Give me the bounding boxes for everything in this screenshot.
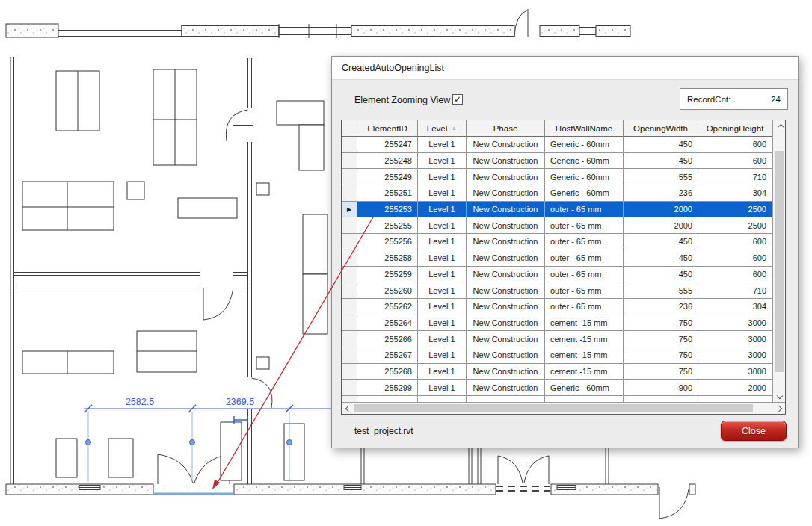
table-row[interactable]: 255258Level 1New Constructionouter - 65 … <box>342 250 772 267</box>
cell-width[interactable]: 2000 <box>624 202 698 218</box>
cell-phase[interactable]: New Construction <box>467 282 545 299</box>
cell-host[interactable]: Generic - 60mm <box>545 169 624 185</box>
cell-id[interactable]: 255256 <box>357 234 418 250</box>
cell-width[interactable]: 2000 <box>624 217 698 234</box>
cell-width[interactable]: 236 <box>624 185 698 202</box>
cell-level[interactable]: Level 1 <box>418 185 467 202</box>
cell-phase[interactable]: New Construction <box>467 217 545 234</box>
cell-host[interactable]: cement -15 mm <box>545 331 624 347</box>
scroll-down-button[interactable] <box>773 389 786 402</box>
vertical-scrollbar[interactable] <box>772 120 785 402</box>
scroll-right-button[interactable] <box>772 403 785 415</box>
cell-level[interactable]: Level 1 <box>418 169 467 185</box>
column-header-host[interactable]: HostWallName <box>545 120 624 137</box>
cell-height[interactable]: 3000 <box>698 347 772 364</box>
cell-width[interactable]: 750 <box>624 347 698 364</box>
cell-height[interactable]: 2500 <box>698 217 772 234</box>
table-row[interactable]: 255264Level 1New Constructioncement -15 … <box>342 315 772 332</box>
cell-host[interactable]: outer - 65 mm <box>545 217 624 234</box>
cell-level[interactable]: Level 1 <box>418 299 467 315</box>
cell-height[interactable]: 2000 <box>698 380 772 396</box>
cell-width[interactable]: 750 <box>624 364 698 380</box>
cell-phase[interactable]: New Construction <box>467 299 545 315</box>
cell-width[interactable]: 900 <box>624 380 698 396</box>
element-zooming-checkbox[interactable]: ✓ <box>452 94 463 105</box>
cell-phase[interactable]: New Construction <box>467 250 545 267</box>
dialog-titlebar[interactable]: CreatedAutoOpeningList <box>332 57 798 80</box>
cell-id[interactable]: 255259 <box>357 267 418 283</box>
cell-level[interactable]: Level 1 <box>418 153 467 170</box>
cell-phase[interactable]: New Construction <box>467 169 545 185</box>
cell-width[interactable]: 450 <box>624 250 698 267</box>
cell-id[interactable]: 255255 <box>357 217 418 234</box>
cell-level[interactable]: Level 1 <box>418 331 467 347</box>
cell-height[interactable]: 710 <box>698 282 772 299</box>
cell-level[interactable]: Level 1 <box>418 315 467 332</box>
cell-height[interactable]: 2500 <box>698 202 772 218</box>
cell-width[interactable]: 450 <box>624 267 698 283</box>
cell-level[interactable]: Level 1 <box>418 250 467 267</box>
cell-height[interactable]: 3000 <box>698 315 772 332</box>
cell-id[interactable]: 255249 <box>357 169 418 185</box>
cell-id[interactable]: 255264 <box>357 315 418 332</box>
cell-level[interactable]: Level 1 <box>418 234 467 250</box>
cell-level[interactable]: Level 1 <box>418 137 467 153</box>
cell-host[interactable]: cement -15 mm <box>545 364 624 380</box>
cell-host[interactable]: outer - 65 mm <box>545 234 624 250</box>
cell-phase[interactable]: New Construction <box>467 153 545 170</box>
column-header-phase[interactable]: Phase <box>467 120 545 137</box>
cell-level[interactable]: Level 1 <box>418 202 467 218</box>
cell-host[interactable]: Generic - 60mm <box>545 137 624 153</box>
cell-height[interactable]: 3000 <box>698 331 772 347</box>
cell-host[interactable]: outer - 65 mm <box>545 267 624 283</box>
cell-level[interactable]: Level 1 <box>418 347 467 364</box>
cell-height[interactable]: 600 <box>698 267 772 283</box>
cell-id[interactable]: 255258 <box>357 250 418 267</box>
table-row[interactable]: 255251Level 1New ConstructionGeneric - 6… <box>342 185 772 202</box>
table-row[interactable]: 255255Level 1New Constructionouter - 65 … <box>342 217 772 234</box>
cell-id[interactable]: 255247 <box>357 137 418 153</box>
table-row[interactable]: 255268Level 1New Constructioncement -15 … <box>342 364 772 380</box>
cell-host[interactable]: outer - 65 mm <box>545 299 624 315</box>
cell-level[interactable]: Level 1 <box>418 380 467 396</box>
cell-id[interactable]: 255266 <box>357 331 418 347</box>
cell-phase[interactable]: New Construction <box>467 267 545 283</box>
cell-height[interactable]: 600 <box>698 137 772 153</box>
cell-phase[interactable]: New Construction <box>467 234 545 250</box>
cell-width[interactable]: 450 <box>624 137 698 153</box>
table-row[interactable]: 255299Level 1New ConstructionGeneric - 6… <box>342 380 772 396</box>
cell-host[interactable]: outer - 65 mm <box>545 202 624 218</box>
table-row[interactable]: 255248Level 1New ConstructionGeneric - 6… <box>342 153 772 170</box>
cell-width[interactable]: 450 <box>624 153 698 170</box>
cell-width[interactable]: 750 <box>624 315 698 332</box>
cell-phase[interactable]: New Construction <box>467 347 545 364</box>
cell-host[interactable]: cement -15 mm <box>545 347 624 364</box>
cell-level[interactable]: Level 1 <box>418 364 467 380</box>
scroll-left-button[interactable] <box>342 403 354 415</box>
cell-id[interactable]: 255251 <box>357 185 418 202</box>
column-header-level[interactable]: Level▲ <box>418 120 467 137</box>
cell-level[interactable]: Level 1 <box>418 282 467 299</box>
cell-height[interactable]: 304 <box>698 299 772 315</box>
cell-host[interactable]: outer - 65 mm <box>545 282 624 299</box>
scroll-up-button[interactable] <box>773 120 786 133</box>
cell-height[interactable]: 600 <box>698 153 772 170</box>
cell-phase[interactable]: New Construction <box>467 137 545 153</box>
table-row[interactable]: 255259Level 1New Constructionouter - 65 … <box>342 267 772 283</box>
cell-id[interactable]: 255262 <box>357 299 418 315</box>
cell-phase[interactable]: New Construction <box>467 331 545 347</box>
cell-id[interactable]: 255268 <box>357 364 418 380</box>
table-row[interactable]: 255249Level 1New ConstructionGeneric - 6… <box>342 169 772 185</box>
cell-height[interactable]: 600 <box>698 250 772 267</box>
cell-width[interactable]: 555 <box>624 282 698 299</box>
table-row-selected[interactable]: ▶255253Level 1New Constructionouter - 65… <box>342 202 772 218</box>
cell-width[interactable]: 450 <box>624 234 698 250</box>
cell-height[interactable]: 600 <box>698 234 772 250</box>
table-row[interactable]: 255266Level 1New Constructioncement -15 … <box>342 331 772 347</box>
cell-phase[interactable]: New Construction <box>467 202 545 218</box>
cell-id[interactable]: 255267 <box>357 347 418 364</box>
close-button[interactable]: Close <box>721 421 787 441</box>
table-row[interactable]: 255262Level 1New Constructionouter - 65 … <box>342 299 772 315</box>
cell-id[interactable]: 255260 <box>357 282 418 299</box>
cell-level[interactable]: Level 1 <box>418 217 467 234</box>
